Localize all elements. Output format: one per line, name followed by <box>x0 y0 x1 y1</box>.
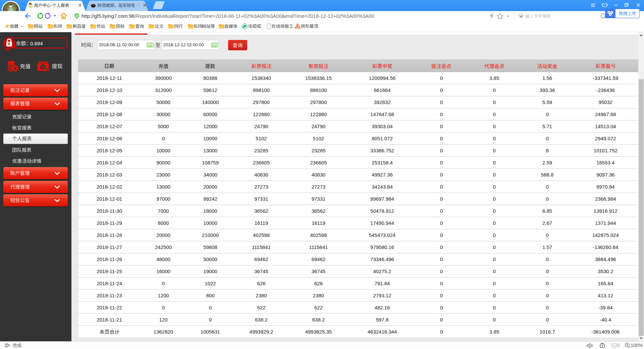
svg-text:AD: AD <box>612 344 615 347</box>
